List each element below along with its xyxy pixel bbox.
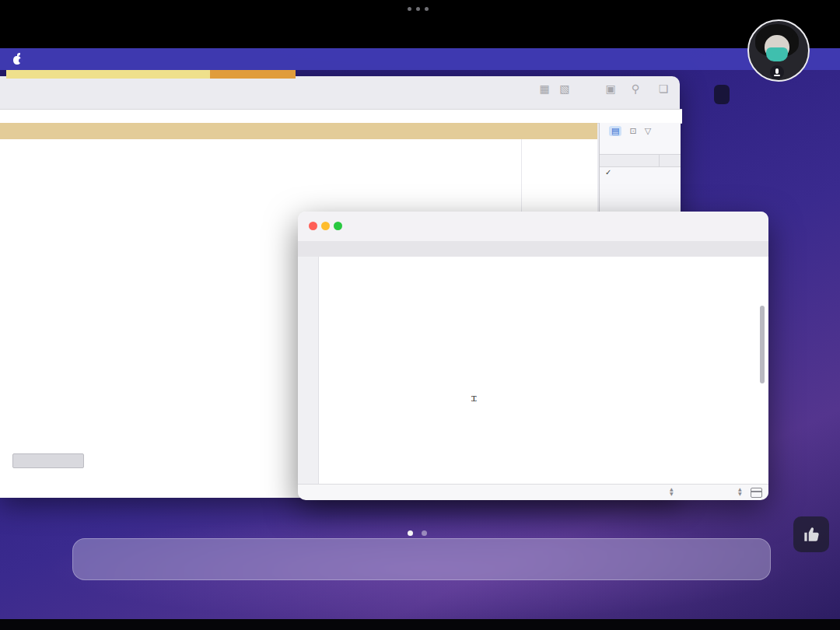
save-icon: ▣ (600, 82, 624, 96)
screen-share-tooltip (714, 85, 730, 104)
variables-panel-toolbar: ▤ ⊡ ▽ (609, 126, 651, 136)
split-panel-icon[interactable] (751, 488, 762, 498)
do-editor-tabbar (298, 241, 768, 257)
spaces-indicator[interactable] (408, 530, 427, 536)
sticky-note-accent (210, 70, 296, 79)
variables-columns-header (600, 154, 681, 167)
snapshot-icon[interactable]: ⊡ (629, 126, 636, 136)
scrollbar-thumb[interactable] (760, 306, 765, 383)
do-editor-statusbar: ▲▼ ▲▼ (298, 484, 768, 500)
save-button[interactable]: ▣ (600, 82, 624, 96)
code-editor[interactable]: Ɪ (298, 257, 768, 484)
maximize-button[interactable] (334, 222, 342, 230)
stepper-icon[interactable]: ▲▼ (738, 487, 742, 496)
macos-menu-bar (0, 48, 840, 70)
checkbox-checked-icon[interactable]: ✓ (605, 168, 611, 177)
variable-row[interactable]: ✓ (600, 168, 681, 180)
do-editor-titlebar[interactable] (298, 212, 768, 242)
edit-mode-button[interactable]: ▦ ▧ (534, 82, 579, 96)
edit-mode-icons: ▦ ▧ (534, 82, 579, 96)
sidebar-button[interactable]: ❏ (650, 82, 680, 96)
list-view-icon[interactable]: ▤ (609, 126, 621, 136)
search-icon: ⚲ (625, 82, 649, 96)
apple-menu-icon[interactable] (12, 54, 22, 65)
microphone-icon (770, 65, 784, 79)
observations-count (12, 453, 84, 468)
do-file-editor-window[interactable]: Ɪ ▲▼ ▲▼ (298, 212, 768, 499)
stream-window-bottom (0, 619, 840, 630)
like-button[interactable] (793, 516, 829, 552)
close-button[interactable] (309, 222, 317, 230)
sidebar-icon: ❏ (650, 82, 680, 96)
minimize-button[interactable] (321, 222, 330, 230)
window-menu-dots[interactable] (408, 7, 429, 11)
thumbs-up-icon (801, 524, 821, 544)
filter-icon[interactable]: ▽ (645, 126, 651, 136)
formula-bar[interactable] (0, 109, 682, 124)
column-header-row[interactable] (0, 123, 597, 140)
stepper-icon[interactable]: ▲▼ (670, 487, 674, 496)
text-cursor: Ɪ (471, 394, 477, 403)
find-button[interactable]: ⚲ (625, 82, 649, 96)
dock (72, 538, 771, 580)
sticky-note[interactable] (6, 70, 210, 79)
